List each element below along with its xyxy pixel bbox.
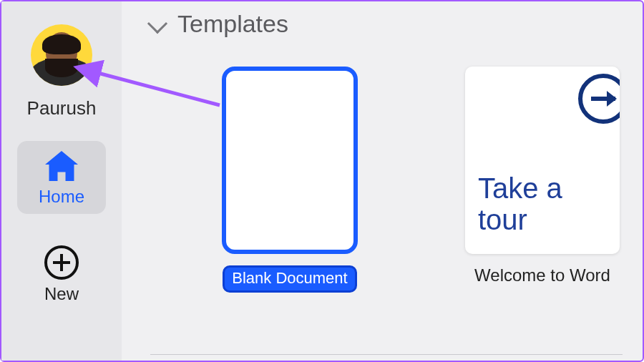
divider (150, 354, 623, 355)
app-window: Paurush Home New Templates Blank Documen… (0, 0, 644, 362)
template-welcome-to-word[interactable]: Take a tour Welcome to Word (465, 67, 620, 285)
plus-circle-icon (44, 245, 79, 280)
nav-new[interactable]: New (17, 235, 106, 311)
chevron-down-icon (147, 13, 167, 33)
template-blank-document[interactable]: Blank Document (222, 67, 358, 293)
nav-new-label: New (44, 284, 79, 304)
nav-home-label: Home (39, 187, 84, 207)
sidebar: Paurush Home New (1, 1, 122, 361)
user-name-label: Paurush (27, 97, 97, 119)
section-title: Templates (177, 10, 288, 38)
tour-preview-text: Take a tour (478, 172, 607, 235)
nav-home[interactable]: Home (17, 141, 106, 214)
templates-section-header[interactable]: Templates (122, 10, 643, 38)
template-label-selected: Blank Document (223, 265, 356, 293)
home-icon (45, 151, 78, 181)
user-avatar[interactable] (31, 24, 92, 86)
arrow-right-circle-icon (578, 74, 620, 124)
blank-document-thumbnail (222, 67, 358, 254)
welcome-thumbnail: Take a tour (465, 67, 620, 254)
template-label: Welcome to Word (474, 265, 610, 285)
main-area: Templates Blank Document Take a tour Wel… (122, 1, 643, 361)
templates-row: Blank Document Take a tour Welcome to Wo… (122, 67, 643, 293)
